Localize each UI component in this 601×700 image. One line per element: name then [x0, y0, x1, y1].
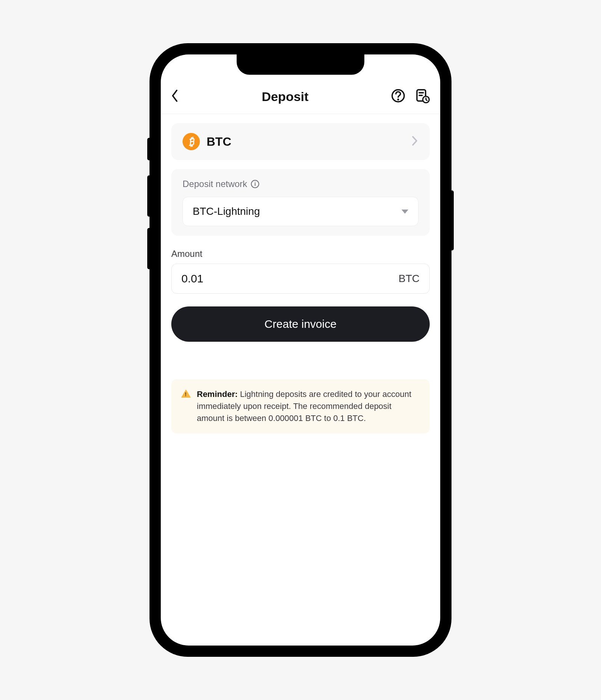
bitcoin-icon: ₿: [181, 131, 201, 151]
header: Deposit: [161, 81, 440, 114]
warning-icon: [181, 389, 191, 398]
network-selected-value: BTC-Lightning: [193, 205, 260, 217]
coin-selector[interactable]: ₿ BTC: [171, 123, 430, 160]
info-icon[interactable]: i: [251, 180, 259, 188]
device-side-button: [450, 190, 454, 250]
network-label: Deposit network: [183, 179, 247, 189]
phone-frame: Deposit: [150, 44, 451, 656]
device-side-button: [147, 228, 151, 269]
screen: Deposit: [161, 54, 440, 646]
reminder-banner: Reminder: Lightning deposits are credite…: [171, 379, 430, 433]
amount-section: Amount BTC: [171, 249, 430, 294]
create-invoice-button[interactable]: Create invoice: [171, 306, 430, 342]
amount-input-wrap: BTC: [171, 264, 430, 294]
history-icon: [415, 88, 430, 103]
amount-unit: BTC: [399, 273, 420, 285]
reminder-heading: Reminder:: [197, 389, 238, 399]
amount-label: Amount: [171, 249, 430, 259]
device-side-button: [147, 138, 151, 160]
chevron-right-icon: [412, 136, 418, 148]
device-notch: [237, 54, 364, 75]
history-button[interactable]: [415, 88, 430, 105]
header-actions: [391, 88, 430, 105]
back-button[interactable]: [171, 89, 180, 104]
network-card: Deposit network i BTC-Lightning: [171, 169, 430, 236]
chevron-down-icon: [402, 210, 408, 214]
amount-input[interactable]: [181, 272, 348, 285]
help-icon: [391, 88, 406, 103]
app-content: Deposit: [161, 54, 440, 433]
bitcoin-glyph: ₿: [187, 135, 195, 148]
network-label-row: Deposit network i: [183, 179, 418, 189]
network-select[interactable]: BTC-Lightning: [183, 197, 418, 226]
help-button[interactable]: [391, 88, 406, 105]
create-invoice-label: Create invoice: [264, 318, 337, 330]
reminder-text: Reminder: Lightning deposits are credite…: [197, 388, 420, 424]
coin-symbol: BTC: [207, 135, 405, 149]
svg-point-1: [397, 99, 399, 100]
chevron-left-icon: [171, 89, 180, 103]
page-title: Deposit: [262, 89, 309, 104]
device-side-button: [147, 175, 151, 217]
